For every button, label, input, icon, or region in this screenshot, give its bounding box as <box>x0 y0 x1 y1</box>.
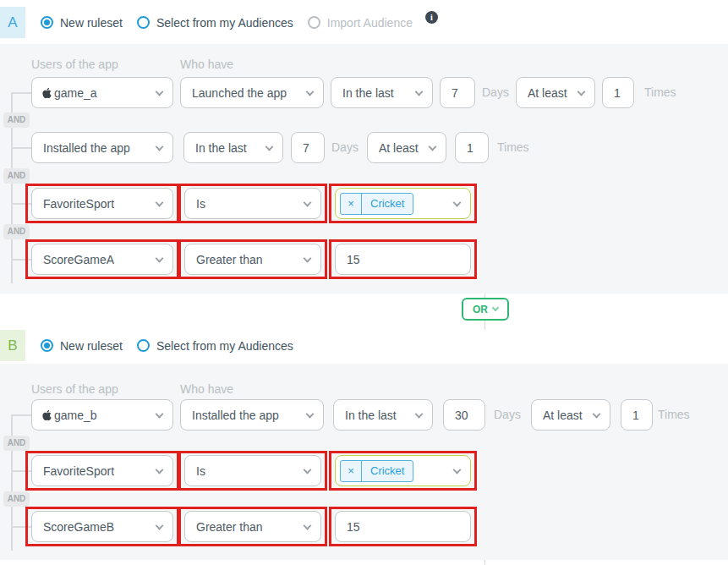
info-icon[interactable]: i <box>425 11 438 24</box>
select-value: In the last <box>331 86 394 100</box>
select-value: game_b <box>52 409 97 422</box>
radio-select-from-my-audiences[interactable]: Select from my Audiences <box>137 339 293 353</box>
unit-label-times: Times <box>658 399 690 431</box>
unit-label-times: Times <box>644 77 676 108</box>
input-1[interactable]: 1 <box>455 132 489 163</box>
audience-builder: ANew rulesetSelect from my AudiencesImpo… <box>0 0 728 565</box>
chevron-down-icon <box>156 521 164 529</box>
input-1[interactable]: 1 <box>602 77 634 108</box>
select-value: At least <box>368 141 419 155</box>
chevron-down-icon <box>156 87 164 96</box>
select-value: At least <box>532 409 583 422</box>
input-1[interactable]: 1 <box>621 399 653 431</box>
select-value: FavoriteSport <box>32 197 114 211</box>
select-at-least[interactable]: At least <box>367 132 446 163</box>
chevron-down-icon <box>306 87 315 96</box>
input-30[interactable]: 30 <box>443 399 485 431</box>
apple-icon <box>42 409 52 421</box>
radio-import-audience[interactable]: Import Audience <box>308 16 413 30</box>
multiselect-cricket[interactable]: ×Cricket <box>335 455 471 486</box>
select-value: At least <box>517 86 567 100</box>
or-button[interactable]: OR <box>462 298 509 321</box>
remove-chip-icon[interactable]: × <box>341 194 362 214</box>
chevron-down-icon <box>453 198 462 206</box>
chevron-down-icon <box>156 198 164 206</box>
select-value: Installed the app <box>181 409 279 422</box>
chevron-down-icon <box>156 254 164 262</box>
input-value: 30 <box>444 409 468 422</box>
select-value: ScoreGameB <box>32 520 114 534</box>
condition-row: ScoreGameAGreater than15 <box>0 244 728 275</box>
chip-cricket: ×Cricket <box>340 193 413 215</box>
chevron-down-icon <box>304 198 312 206</box>
select-favoritesport[interactable]: FavoriteSport <box>31 455 173 486</box>
radio-label: Import Audience <box>327 16 413 30</box>
remove-chip-icon[interactable]: × <box>341 461 362 481</box>
radio-new-ruleset[interactable]: New ruleset <box>41 339 123 353</box>
radio-select-from-my-audiences[interactable]: Select from my Audiences <box>137 16 293 30</box>
radio-label: Select from my Audiences <box>156 16 293 30</box>
chevron-down-icon <box>156 409 164 418</box>
radio-selected-icon <box>41 339 53 352</box>
radio-label: Select from my Audiences <box>156 339 293 353</box>
select-scoregamea[interactable]: ScoreGameA <box>31 244 173 275</box>
users-of-app-label: Users of the app <box>31 58 118 71</box>
unit-label-days: Days <box>331 132 359 163</box>
select-favoritesport[interactable]: FavoriteSport <box>31 188 173 219</box>
input-15[interactable]: 15 <box>335 244 471 275</box>
radio-unselected-icon <box>137 339 150 352</box>
and-connector: AND <box>3 112 30 128</box>
select-is[interactable]: Is <box>184 455 321 486</box>
connector-line <box>484 560 485 565</box>
input-value: 15 <box>336 520 360 534</box>
select-greater-than[interactable]: Greater than <box>184 244 321 275</box>
input-7[interactable]: 7 <box>440 77 475 108</box>
select-scoregameb[interactable]: ScoreGameB <box>31 511 173 542</box>
chevron-down-icon <box>577 87 586 96</box>
input-7[interactable]: 7 <box>291 132 325 163</box>
select-game-a[interactable]: game_a <box>31 77 173 108</box>
radio-unselected-icon <box>308 16 320 29</box>
select-greater-than[interactable]: Greater than <box>184 511 321 542</box>
ruleset-options: New rulesetSelect from my Audiences <box>41 330 293 361</box>
chip-label: Cricket <box>362 464 413 477</box>
condition-row: Installed the appIn the last7DaysAt leas… <box>0 132 728 163</box>
input-15[interactable]: 15 <box>335 511 471 542</box>
select-at-least[interactable]: At least <box>531 399 610 431</box>
or-divider: OR <box>0 293 728 330</box>
ruleset-a-badge: A <box>0 7 25 38</box>
chevron-down-icon <box>156 465 164 474</box>
select-in-the-last[interactable]: In the last <box>333 399 433 431</box>
select-value: Is <box>185 197 205 211</box>
chevron-down-icon <box>593 409 601 418</box>
select-in-the-last[interactable]: In the last <box>331 77 433 108</box>
select-installed-the-app[interactable]: Installed the app <box>31 132 173 163</box>
chevron-down-icon <box>304 465 312 474</box>
radio-new-ruleset[interactable]: New ruleset <box>41 16 123 30</box>
chevron-down-icon <box>304 254 312 262</box>
chevron-down-icon <box>156 142 164 151</box>
multiselect-cricket[interactable]: ×Cricket <box>335 188 471 219</box>
select-launched-the-app[interactable]: Launched the app <box>180 77 324 108</box>
select-in-the-last[interactable]: In the last <box>183 132 283 163</box>
select-game-b[interactable]: game_b <box>31 399 173 431</box>
unit-label-days: Days <box>482 77 509 108</box>
select-installed-the-app[interactable]: Installed the app <box>180 399 324 431</box>
input-value: 7 <box>292 141 309 155</box>
select-at-least[interactable]: At least <box>516 77 595 108</box>
condition-row: FavoriteSportIs×Cricket <box>0 455 728 486</box>
chevron-down-icon <box>453 465 462 474</box>
select-value: In the last <box>334 409 397 422</box>
chevron-down-icon <box>415 87 424 96</box>
or-button-label: OR <box>473 304 488 315</box>
chevron-down-icon <box>415 409 424 418</box>
chevron-down-icon <box>265 142 274 151</box>
unit-label-times: Times <box>497 132 529 163</box>
select-is[interactable]: Is <box>184 188 321 219</box>
radio-unselected-icon <box>137 16 150 29</box>
chip-label: Cricket <box>362 197 413 210</box>
apple-icon <box>42 87 52 99</box>
unit-label-days: Days <box>494 399 521 431</box>
input-value: 1 <box>621 409 639 422</box>
condition-row: game_aLaunched the appIn the last7DaysAt… <box>0 77 728 108</box>
